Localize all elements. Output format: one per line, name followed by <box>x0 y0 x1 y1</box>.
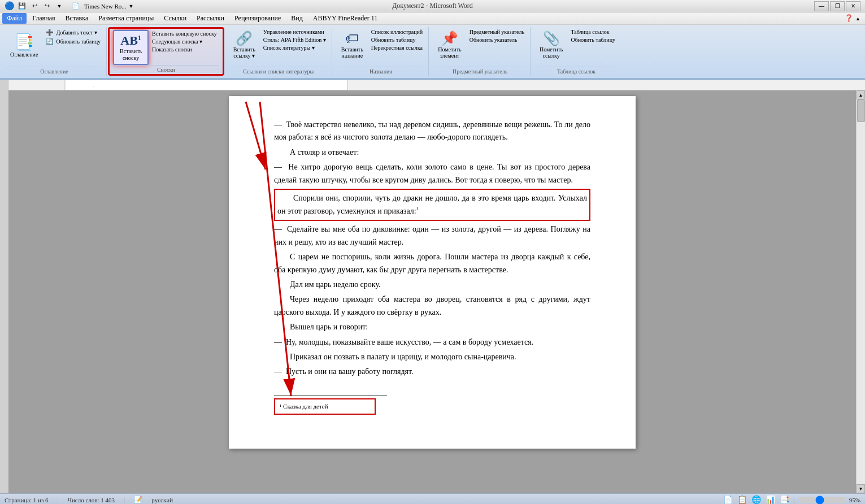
left-ruler <box>0 90 8 493</box>
zoom-label: 95% <box>849 497 860 503</box>
mark-entry-label: Пометитьэлемент <box>438 46 461 59</box>
menu-home[interactable]: Главная <box>28 13 59 24</box>
update-index-button[interactable]: Обновить указатель <box>467 36 527 44</box>
view-web-icon[interactable]: 🌐 <box>751 495 761 504</box>
scroll-thumb[interactable] <box>857 99 865 122</box>
show-footnotes-button[interactable]: Показать сноски <box>150 46 219 53</box>
scroll-up-arrow[interactable]: ▲ <box>857 90 865 99</box>
para-carpenter-intro: А столяр и отвечает: <box>274 146 590 159</box>
status-right: 📄 📋 🌐 📊 📑 | 95% <box>723 495 860 504</box>
index-button[interactable]: Предметный указатель <box>467 28 527 36</box>
window-title: Документ2 - Microsoft Word <box>392 2 473 10</box>
mark-entry-button[interactable]: 📌 Пометитьэлемент <box>433 28 466 61</box>
toc-small-buttons: ➕ Добавить текст ▾ 🔄 Обновить таблицу <box>44 28 103 46</box>
view-reading-icon[interactable]: 📋 <box>737 495 747 504</box>
menu-references[interactable]: Ссылки <box>159 13 191 24</box>
caption-label: Вставитьназвание <box>341 46 363 59</box>
scroll-track[interactable] <box>857 99 865 484</box>
view-draft-icon[interactable]: 📑 <box>780 495 789 504</box>
scrollbar-right[interactable]: ▲ ▼ <box>856 90 865 493</box>
scroll-down-arrow[interactable]: ▼ <box>857 484 865 493</box>
highlighted-paragraph: Спорили они, спорили, чуть до драки не д… <box>274 189 590 221</box>
add-text-button[interactable]: ➕ Добавить текст ▾ <box>44 28 103 37</box>
status-sep1: | <box>58 497 59 503</box>
footnote-box: ¹ Сказка для детей <box>274 398 376 415</box>
index-label: Предметный указатель <box>470 29 524 35</box>
toc-label: Оглавление <box>10 51 38 58</box>
manage-sources-button[interactable]: Управление источниками <box>261 28 328 36</box>
authority-small-buttons: Таблица ссылок Обновить таблицу <box>568 28 618 44</box>
left-ruler-svg <box>0 90 8 493</box>
para-return: Через неделю приходят оба мастера во дво… <box>274 293 590 319</box>
doc-icon-small: 📄 <box>72 2 80 10</box>
citation-label: Вставитьссылку ▾ <box>233 46 255 59</box>
para-look: — Пусть и они на вашу работу поглядят. <box>274 366 590 378</box>
status-bar: Страница: 1 из 6 | Число слов: 1 403 | 📝… <box>0 493 865 504</box>
endnote-label: Вставить концевую сноску <box>152 31 217 37</box>
customize-icon[interactable]: ▼ <box>54 1 65 11</box>
close-button[interactable]: ✕ <box>846 1 860 11</box>
quick-access-toolbar: 💾 ↩ ↪ ▼ <box>16 1 65 11</box>
title-arrow: ▼ <box>128 3 133 9</box>
insert-citation-button[interactable]: 🔗 Вставитьссылку ▾ <box>229 28 260 61</box>
ribbon-group-toc: 📑 Оглавление ➕ Добавить текст ▾ 🔄 Обнови… <box>2 27 107 76</box>
cross-reference-button[interactable]: Перекрестная ссылка <box>369 44 425 51</box>
ruler-main: · <box>8 80 865 90</box>
menu-abbyy[interactable]: ABBYY FineReader 11 <box>308 13 382 24</box>
help-icon[interactable]: ❓ <box>845 14 853 23</box>
insert-footnote-button[interactable]: AB1 Вставитьсноску <box>113 30 149 65</box>
mark-citation-label: Пометитьссылку <box>540 46 563 59</box>
insert-endnote-button[interactable]: Вставить концевую сноску <box>150 30 219 37</box>
bibliography-button[interactable]: Список литературы ▾ <box>261 44 328 51</box>
zoom-slider[interactable] <box>799 497 845 503</box>
style-label: Стиль: APA Fifth Edition ▾ <box>263 37 326 43</box>
menu-page-layout[interactable]: Разметка страницы <box>94 13 158 24</box>
word-count-status: Число слов: 1 403 <box>68 497 115 503</box>
save-icon[interactable]: 💾 <box>16 1 28 11</box>
para-week: Дал им царь неделю сроку. <box>274 279 590 291</box>
view-outline-icon[interactable]: 📊 <box>766 495 775 504</box>
para-tsar-appears: Вышел царь и говорит: <box>274 321 590 333</box>
undo-icon[interactable]: ↩ <box>29 1 40 11</box>
figure-list-button[interactable]: Список иллюстраций <box>369 28 425 36</box>
ruler-svg: · <box>8 80 865 90</box>
word-icon: 🔵 <box>5 1 14 11</box>
update-toc-label: Обновить таблицу <box>56 38 101 45</box>
menu-insert[interactable]: Вставка <box>61 13 93 24</box>
menu-view[interactable]: Вид <box>286 13 307 24</box>
mark-citation-button[interactable]: 📎 Пометитьссылку <box>535 28 567 61</box>
spell-icon[interactable]: 📝 <box>134 496 142 504</box>
footnote-label: Вставитьсноску <box>120 48 142 62</box>
mark-entry-icon: 📌 <box>441 31 458 46</box>
update-table-button[interactable]: 🔄 Обновить таблицу <box>44 37 103 46</box>
restore-button[interactable]: ❐ <box>830 1 845 11</box>
minimize-button[interactable]: — <box>814 1 829 11</box>
authority-table-button[interactable]: Таблица ссылок <box>568 28 618 36</box>
menu-bar: Файл Главная Вставка Разметка страницы С… <box>0 12 865 25</box>
expand-icon[interactable]: ▲ <box>855 16 860 21</box>
para-quarrel: Спорили они, спорили, чуть до драки не д… <box>277 192 587 218</box>
view-print-icon[interactable]: 📄 <box>723 495 733 504</box>
style-dropdown[interactable]: Стиль: APA Fifth Edition ▾ <box>261 36 328 44</box>
index-small-buttons: Предметный указатель Обновить указатель <box>467 28 527 44</box>
insert-caption-button[interactable]: 🏷 Вставитьназвание <box>337 28 368 61</box>
menu-review[interactable]: Рецензирование <box>230 13 285 24</box>
page-status: Страница: 1 из 6 <box>5 497 49 503</box>
show-footnotes-label: Показать сноски <box>152 46 192 53</box>
toc-group-label: Оглавление <box>6 67 103 75</box>
svg-line-7 <box>246 102 266 170</box>
redo-icon[interactable]: ↪ <box>41 1 53 11</box>
svg-text:·: · <box>93 84 94 89</box>
status-sep3: | <box>794 497 795 503</box>
title-doc-name: Times New Ro... <box>84 3 126 10</box>
update-caption-table-button[interactable]: Обновить таблицу <box>369 36 425 44</box>
document-scroll[interactable]: — Твоё мастерство невелико, ты над дерев… <box>8 90 856 493</box>
title-bar: 🔵 💾 ↩ ↪ ▼ 📄 Times New Ro... ▼ Документ2 … <box>0 0 865 12</box>
menu-mailings[interactable]: Рассылки <box>192 13 229 24</box>
footnote-text: ¹ Сказка для детей <box>280 403 328 410</box>
page-info: Страница: 1 из 6 <box>5 497 49 503</box>
update-authority-button[interactable]: Обновить таблицу <box>568 36 618 44</box>
toc-button[interactable]: 📑 Оглавление <box>6 28 42 62</box>
next-footnote-button[interactable]: Следующая сноска ▾ <box>150 38 219 45</box>
menu-file[interactable]: Файл <box>2 13 27 24</box>
